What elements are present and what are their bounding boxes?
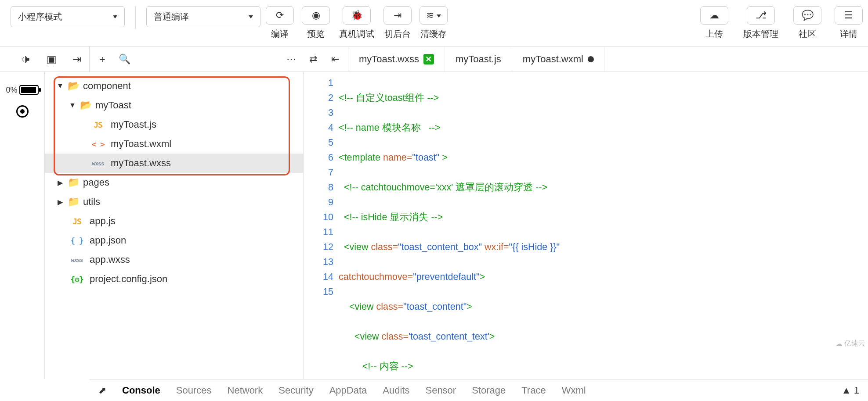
tab-mytoast-wxss[interactable]: myToast.wxss ✕ <box>348 47 445 72</box>
tree-label: myToast <box>95 100 131 111</box>
file-tree: ▼📂 component ▼📂 myToast JS myToast.js < … <box>45 72 304 379</box>
devtools-sensor[interactable]: Sensor <box>425 385 456 396</box>
mode-label: 小程序模式 <box>18 11 62 23</box>
mute-icon[interactable]: 🕩 <box>17 50 35 68</box>
json-file-icon: { } <box>68 236 86 245</box>
warning-badge[interactable]: ▲ 1 <box>842 385 859 396</box>
devtools-wxml[interactable]: Wxml <box>562 385 586 396</box>
line-gutter: 123456789101112131415 <box>304 75 339 401</box>
editor-tabs: myToast.wxss ✕ myToast.js myToast.wxml <box>348 47 868 72</box>
tree-label: app.wxss <box>90 254 130 265</box>
tab-label: myToast.wxss <box>359 54 419 65</box>
top-toolbar: 小程序模式 普通编译 ⟳ 编译 ◉ 预览 🐞 真机调试 ⇥ 切后台 ≋ 清缓存 … <box>0 0 868 47</box>
code-content[interactable]: <!-- 自定义toast组件 --> <!-- name 模块名称 --> <… <box>339 75 868 401</box>
separator <box>135 6 136 29</box>
compile-mode-dropdown[interactable]: 普通编译 <box>146 6 260 27</box>
switch-icon: ⇥ <box>394 10 401 21</box>
tree-label: myToast.js <box>111 119 156 130</box>
tree-label: pages <box>83 177 109 188</box>
js-file-icon: JS <box>89 120 107 129</box>
layout-icon[interactable]: ▣ <box>43 50 60 68</box>
tab-label: myToast.js <box>456 54 501 65</box>
tree-label: utils <box>83 196 100 208</box>
indent-icon[interactable]: ⇄ <box>306 52 321 67</box>
file-app-wxss[interactable]: wxss app.wxss <box>45 250 303 269</box>
folder-pages[interactable]: ▶📁 pages <box>45 173 303 192</box>
refresh-icon: ⟳ <box>276 10 284 21</box>
devtools-storage[interactable]: Storage <box>472 385 506 396</box>
file-app-json[interactable]: { } app.json <box>45 231 303 250</box>
tree-label: app.json <box>90 235 126 246</box>
tree-label: component <box>83 80 131 92</box>
folder-mytoast[interactable]: ▼📂 myToast <box>45 96 303 115</box>
folder-open-icon: 📂 <box>68 80 80 92</box>
compile-button[interactable]: ⟳ 编译 <box>265 6 295 43</box>
editor-area: 123456789101112131415 <!-- 自定义toast组件 --… <box>304 72 868 379</box>
layers-icon: ≋ <box>426 10 434 21</box>
record-icon[interactable] <box>16 105 29 118</box>
devtools-trace[interactable]: Trace <box>521 385 546 396</box>
wxss-file-icon: wxss <box>89 160 107 167</box>
simulator-controls: 🕩 ▣ ⇥ <box>0 47 90 72</box>
devtools-console[interactable]: Console <box>122 385 160 396</box>
devtools-appdata[interactable]: AppData <box>329 385 367 396</box>
battery-indicator: 0% <box>6 85 38 95</box>
wxml-file-icon: < > <box>89 140 107 149</box>
dirty-indicator-icon <box>588 56 594 62</box>
menu-icon: ☰ <box>844 10 853 21</box>
upload-button[interactable]: ☁ 上传 <box>699 6 729 43</box>
file-project-config[interactable]: {⚙} project.config.json <box>45 269 303 289</box>
file-mytoast-wxss[interactable]: wxss myToast.wxss <box>45 154 303 173</box>
cloud-upload-icon: ☁ <box>709 10 719 21</box>
simulator-strip: 0% <box>0 72 45 379</box>
collapse-icon[interactable]: ⇤ <box>328 52 343 67</box>
folder-icon: 📁 <box>68 177 80 188</box>
tree-label: app.js <box>90 215 116 227</box>
devtools-audits[interactable]: Audits <box>383 385 409 396</box>
folder-utils[interactable]: ▶📁 utils <box>45 192 303 211</box>
devtools-security[interactable]: Security <box>278 385 313 396</box>
battery-pct: 0% <box>6 86 17 95</box>
detach-icon[interactable]: ⇥ <box>68 50 86 68</box>
devtools-tabs: ⬈ Console Sources Network Security AppDa… <box>90 379 868 401</box>
tree-label: myToast.wxss <box>111 158 171 169</box>
mode-dropdown[interactable]: 小程序模式 <box>11 6 125 27</box>
close-icon[interactable]: ✕ <box>423 54 434 64</box>
file-mytoast-wxml[interactable]: < > myToast.wxml <box>45 134 303 154</box>
more-icon[interactable]: ⋯ <box>284 52 299 67</box>
chevron-down-icon <box>111 14 117 20</box>
folder-open-icon: 📂 <box>80 100 92 111</box>
tab-mytoast-js[interactable]: myToast.js <box>445 47 512 72</box>
switch-bg-button[interactable]: ⇥ 切后台 <box>383 6 412 43</box>
folder-component[interactable]: ▼📂 component <box>45 76 303 96</box>
devtools-network[interactable]: Network <box>228 385 263 396</box>
eye-icon: ◉ <box>312 10 320 21</box>
main-area: 0% ▼📂 component ▼📂 myToast JS myToast.js… <box>0 72 868 379</box>
chat-icon: 💬 <box>802 10 814 21</box>
tree-label: myToast.wxml <box>111 138 171 150</box>
remote-debug-button[interactable]: 🐞 真机调试 <box>337 6 376 43</box>
community-button[interactable]: 💬 社区 <box>792 6 822 43</box>
tree-label: project.config.json <box>90 273 167 285</box>
file-tree-toolbar: ＋ 🔍 ⋯ ⇄ ⇤ <box>90 47 348 72</box>
bug-icon: 🐞 <box>351 10 363 21</box>
search-icon[interactable]: 🔍 <box>117 52 132 67</box>
tab-mytoast-wxml[interactable]: myToast.wxml <box>512 47 605 72</box>
version-button[interactable]: ⎇ 版本管理 <box>741 6 781 43</box>
folder-icon: 📁 <box>68 196 80 208</box>
battery-icon <box>19 85 39 95</box>
js-file-icon: JS <box>68 217 86 226</box>
inspect-icon[interactable]: ⬈ <box>98 385 106 396</box>
tab-label: myToast.wxml <box>523 54 583 65</box>
add-icon[interactable]: ＋ <box>95 52 110 67</box>
chevron-down-icon <box>247 14 253 20</box>
details-button[interactable]: ☰ 详情 <box>834 6 864 43</box>
file-app-js[interactable]: JS app.js <box>45 211 303 231</box>
file-mytoast-js[interactable]: JS myToast.js <box>45 115 303 134</box>
devtools-sources[interactable]: Sources <box>176 385 212 396</box>
preview-button[interactable]: ◉ 预览 <box>301 6 331 43</box>
clear-cache-button[interactable]: ≋ 清缓存 <box>419 6 448 43</box>
code-editor[interactable]: 123456789101112131415 <!-- 自定义toast组件 --… <box>304 72 868 401</box>
compile-mode-label: 普通编译 <box>154 11 189 23</box>
branch-icon: ⎇ <box>756 10 767 21</box>
